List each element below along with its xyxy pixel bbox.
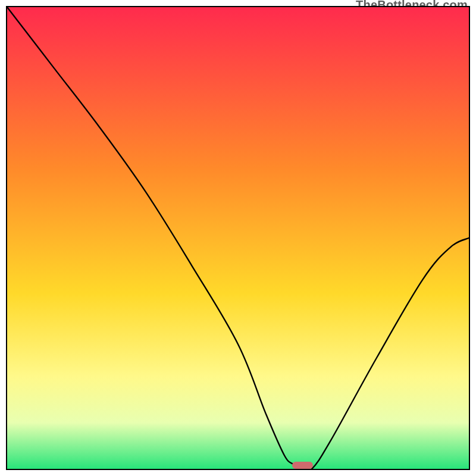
chart-frame (6, 6, 470, 470)
background-gradient (7, 7, 469, 469)
optimum-marker (292, 462, 314, 469)
svg-rect-0 (7, 7, 469, 469)
